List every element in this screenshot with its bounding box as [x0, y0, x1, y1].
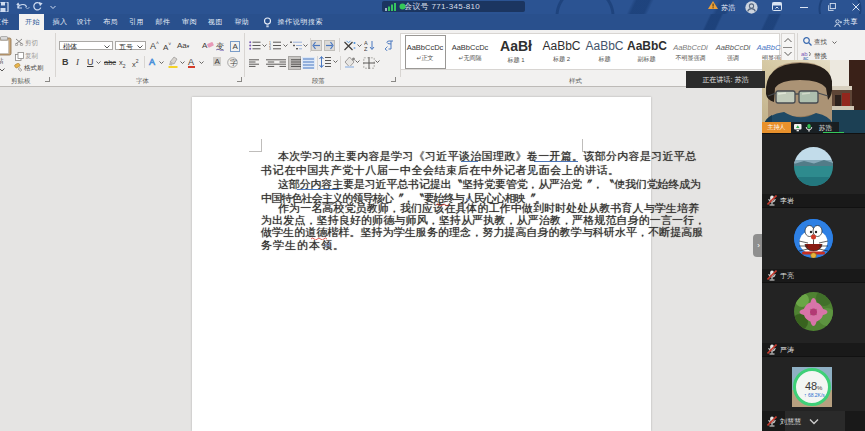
svg-text:%: %	[817, 385, 823, 391]
svg-text:字: 字	[230, 59, 237, 66]
svg-text:48: 48	[805, 380, 817, 392]
svg-text:3: 3	[269, 47, 271, 50]
svg-text:↑ 68.2K/s: ↑ 68.2K/s	[804, 392, 825, 398]
svg-text:Z: Z	[364, 46, 368, 51]
